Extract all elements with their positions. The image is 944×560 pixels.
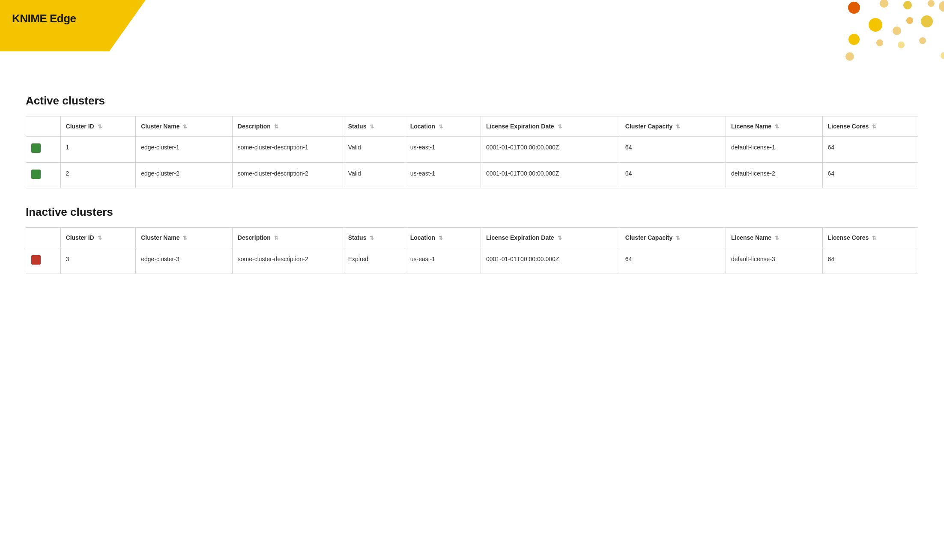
th-license-cores[interactable]: License Cores ⇅ — [822, 116, 918, 137]
decorative-dots — [644, 0, 944, 75]
app-logo: KNIME Edge — [12, 12, 76, 25]
cell-capacity: 64 — [620, 162, 726, 188]
th-license-cores-inactive[interactable]: License Cores ⇅ — [822, 228, 918, 248]
decorative-dot — [919, 37, 926, 44]
cell-location: us-east-1 — [405, 137, 481, 163]
cell-license-name: default-license-3 — [726, 248, 822, 274]
cell-indicator — [26, 248, 61, 274]
th-expiration[interactable]: License Expiration Date ⇅ — [481, 116, 620, 137]
th-cluster-id[interactable]: Cluster ID ⇅ — [60, 116, 136, 137]
cell-cluster-name: edge-cluster-3 — [136, 248, 233, 274]
cell-license-name: default-license-1 — [726, 137, 822, 163]
cell-expiration: 0001-01-01T00:00:00.000Z — [481, 248, 620, 274]
cell-expiration: 0001-01-01T00:00:00.000Z — [481, 162, 620, 188]
sort-icon-license-name-inactive[interactable]: ⇅ — [775, 235, 779, 242]
decorative-dot — [928, 0, 935, 7]
cell-cluster-name: edge-cluster-1 — [136, 137, 233, 163]
sort-icon-cluster-id-inactive[interactable]: ⇅ — [98, 235, 102, 242]
decorative-dot — [906, 17, 913, 24]
inactive-table-header-row: Cluster ID ⇅ Cluster Name ⇅ Description … — [26, 228, 918, 248]
cell-license-cores: 64 — [822, 137, 918, 163]
th-license-name-inactive[interactable]: License Name ⇅ — [726, 228, 822, 248]
cell-cluster-id: 1 — [60, 137, 136, 163]
cell-cluster-id: 3 — [60, 248, 136, 274]
cell-license-name: default-license-2 — [726, 162, 822, 188]
decorative-dot — [848, 34, 860, 45]
sort-icon-description-inactive[interactable]: ⇅ — [274, 235, 278, 242]
cell-location: us-east-1 — [405, 248, 481, 274]
cell-description: some-cluster-description-2 — [232, 248, 343, 274]
decorative-dot — [939, 1, 944, 12]
cell-cluster-name: edge-cluster-2 — [136, 162, 233, 188]
decorative-dot — [941, 52, 944, 59]
sort-icon-cluster-name[interactable]: ⇅ — [183, 124, 187, 131]
sort-icon-expiration-inactive[interactable]: ⇅ — [558, 235, 562, 242]
cell-status: Valid — [343, 162, 405, 188]
inactive-clusters-table: Cluster ID ⇅ Cluster Name ⇅ Description … — [26, 227, 918, 274]
th-description-inactive[interactable]: Description ⇅ — [232, 228, 343, 248]
sort-icon-license-cores-inactive[interactable]: ⇅ — [872, 235, 876, 242]
active-clusters-title: Active clusters — [26, 94, 918, 107]
decorative-dot — [921, 15, 933, 27]
cell-capacity: 64 — [620, 248, 726, 274]
decorative-dot — [903, 1, 912, 9]
inactive-clusters-title: Inactive clusters — [26, 206, 918, 219]
decorative-dot — [848, 2, 860, 14]
table-row[interactable]: 3 edge-cluster-3 some-cluster-descriptio… — [26, 248, 918, 274]
th-cluster-id-inactive[interactable]: Cluster ID ⇅ — [60, 228, 136, 248]
cell-license-cores: 64 — [822, 248, 918, 274]
logo-background — [0, 0, 146, 51]
cell-status: Expired — [343, 248, 405, 274]
th-status-inactive[interactable]: Status ⇅ — [343, 228, 405, 248]
sort-icon-cluster-name-inactive[interactable]: ⇅ — [183, 235, 187, 242]
sort-icon-status-inactive[interactable]: ⇅ — [370, 235, 374, 242]
th-indicator-inactive — [26, 228, 61, 248]
status-indicator — [31, 255, 41, 265]
th-location[interactable]: Location ⇅ — [405, 116, 481, 137]
th-location-inactive[interactable]: Location ⇅ — [405, 228, 481, 248]
cell-description: some-cluster-description-1 — [232, 137, 343, 163]
th-status[interactable]: Status ⇅ — [343, 116, 405, 137]
sort-icon-expiration[interactable]: ⇅ — [558, 124, 562, 131]
th-indicator — [26, 116, 61, 137]
status-indicator — [31, 170, 41, 179]
cell-description: some-cluster-description-2 — [232, 162, 343, 188]
sort-icon-cluster-id[interactable]: ⇅ — [98, 124, 102, 131]
decorative-dot — [869, 18, 882, 32]
cell-indicator — [26, 137, 61, 163]
cell-license-cores: 64 — [822, 162, 918, 188]
status-indicator — [31, 143, 41, 153]
cell-capacity: 64 — [620, 137, 726, 163]
th-capacity-inactive[interactable]: Cluster Capacity ⇅ — [620, 228, 726, 248]
decorative-dot — [845, 52, 854, 61]
sort-icon-location[interactable]: ⇅ — [439, 124, 443, 131]
cell-location: us-east-1 — [405, 162, 481, 188]
th-expiration-inactive[interactable]: License Expiration Date ⇅ — [481, 228, 620, 248]
th-cluster-name-inactive[interactable]: Cluster Name ⇅ — [136, 228, 233, 248]
cell-expiration: 0001-01-01T00:00:00.000Z — [481, 137, 620, 163]
th-license-name[interactable]: License Name ⇅ — [726, 116, 822, 137]
cell-status: Valid — [343, 137, 405, 163]
main-content: Active clusters Cluster ID ⇅ Cluster Nam… — [0, 77, 944, 317]
th-cluster-name[interactable]: Cluster Name ⇅ — [136, 116, 233, 137]
decorative-dot — [893, 27, 901, 35]
sort-icon-license-cores[interactable]: ⇅ — [872, 124, 876, 131]
table-row[interactable]: 1 edge-cluster-1 some-cluster-descriptio… — [26, 137, 918, 163]
decorative-dot — [880, 0, 888, 8]
sort-icon-location-inactive[interactable]: ⇅ — [439, 235, 443, 242]
header: KNIME Edge — [0, 0, 944, 77]
th-description[interactable]: Description ⇅ — [232, 116, 343, 137]
table-header-row: Cluster ID ⇅ Cluster Name ⇅ Description … — [26, 116, 918, 137]
table-row[interactable]: 2 edge-cluster-2 some-cluster-descriptio… — [26, 162, 918, 188]
sort-icon-capacity-inactive[interactable]: ⇅ — [676, 235, 680, 242]
sort-icon-capacity[interactable]: ⇅ — [676, 124, 680, 131]
sort-icon-license-name[interactable]: ⇅ — [775, 124, 779, 131]
th-capacity[interactable]: Cluster Capacity ⇅ — [620, 116, 726, 137]
decorative-dot — [876, 39, 883, 46]
sort-icon-description[interactable]: ⇅ — [274, 124, 278, 131]
sort-icon-status[interactable]: ⇅ — [370, 124, 374, 131]
cell-indicator — [26, 162, 61, 188]
decorative-dot — [898, 42, 905, 48]
cell-cluster-id: 2 — [60, 162, 136, 188]
active-clusters-table: Cluster ID ⇅ Cluster Name ⇅ Description … — [26, 116, 918, 188]
